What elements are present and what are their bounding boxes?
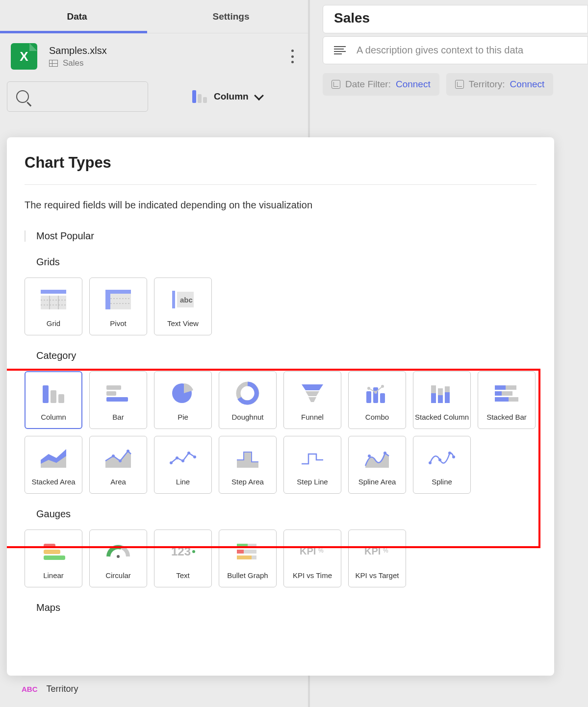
chart-card-stacked-area[interactable]: Stacked Area	[25, 436, 82, 494]
svg-rect-42	[495, 397, 509, 402]
svg-text:123: 123	[171, 545, 191, 558]
xlsx-file-icon: X	[11, 43, 37, 70]
chart-card-line[interactable]: Line	[154, 436, 212, 494]
svg-point-47	[119, 459, 122, 462]
svg-rect-15	[51, 390, 56, 403]
chart-card-circular[interactable]: Circular	[89, 530, 147, 587]
chart-card-stacked-column[interactable]: Stacked Column	[413, 371, 471, 429]
kpi-time-icon: KPI%	[297, 538, 328, 565]
chart-card-spline[interactable]: Spline	[413, 436, 471, 494]
chart-card-step-area[interactable]: Step Area	[219, 436, 277, 494]
svg-point-51	[181, 459, 184, 462]
section-most-popular[interactable]: Most Popular	[25, 230, 537, 242]
date-filter-label: Date Filter:	[345, 79, 391, 90]
kebab-menu-icon[interactable]	[291, 50, 294, 63]
chart-card-step-line[interactable]: Step Line	[283, 436, 341, 494]
svg-rect-62	[44, 550, 60, 554]
svg-point-64	[117, 555, 120, 558]
divider	[25, 184, 537, 185]
svg-point-57	[429, 461, 432, 464]
bullet-icon	[232, 538, 263, 565]
column-chart-icon	[192, 90, 207, 103]
card-label: Linear	[43, 571, 64, 580]
chart-card-textview[interactable]: abc Text View	[154, 278, 212, 335]
tab-settings[interactable]: Settings	[154, 0, 308, 33]
svg-rect-1	[41, 296, 66, 309]
popover-hint: The required fields will be indicated de…	[25, 200, 537, 211]
card-label: Pie	[178, 413, 188, 421]
chart-type-selector[interactable]: Column	[183, 81, 271, 112]
column-icon	[38, 379, 69, 407]
stacked-area-icon	[38, 444, 69, 472]
chart-card-linear[interactable]: Linear	[25, 530, 82, 587]
chart-card-doughnut[interactable]: Doughnut	[219, 371, 277, 429]
chart-card-bar[interactable]: Bar	[89, 371, 147, 429]
card-label: Line	[176, 478, 190, 486]
chart-card-spline-area[interactable]: Spline Area	[348, 436, 406, 494]
chevron-down-icon	[254, 91, 264, 101]
chart-card-pie[interactable]: Pie	[154, 371, 212, 429]
svg-point-59	[448, 452, 451, 454]
svg-rect-0	[41, 290, 66, 294]
svg-rect-34	[438, 395, 443, 403]
svg-rect-26	[373, 387, 378, 403]
svg-rect-18	[106, 391, 116, 396]
card-label: Area	[110, 478, 126, 486]
section-grids: Grids	[25, 256, 537, 268]
svg-marker-23	[306, 391, 319, 396]
svg-text:%: %	[383, 547, 388, 554]
pivot-icon	[102, 286, 134, 313]
file-sheet-row: Sales	[49, 58, 291, 68]
chart-card-text-gauge[interactable]: 123 Text	[154, 530, 212, 587]
territory-filter-label: Territory:	[469, 79, 505, 90]
svg-rect-6	[105, 290, 110, 309]
date-filter-pill[interactable]: Date Filter: Connect	[323, 73, 439, 96]
territory-filter-connect[interactable]: Connect	[510, 79, 545, 90]
svg-rect-25	[366, 391, 371, 403]
card-label: Text	[176, 571, 190, 580]
viz-description-row[interactable]: A description gives context to this data	[323, 36, 588, 64]
search-input[interactable]	[7, 81, 148, 112]
svg-rect-27	[380, 393, 385, 403]
svg-text:KPI: KPI	[364, 546, 381, 556]
kpi-target-icon: KPI%	[361, 538, 393, 565]
date-filter-connect[interactable]: Connect	[396, 79, 431, 90]
chart-card-kpi-time[interactable]: KPI% KPI vs Time	[283, 530, 341, 587]
spline-icon	[426, 444, 458, 472]
card-label: Stacked Bar	[486, 413, 527, 421]
svg-marker-22	[302, 384, 323, 390]
territory-filter-pill[interactable]: Territory: Connect	[446, 73, 554, 96]
section-maps: Maps	[25, 602, 537, 613]
svg-point-66	[192, 550, 195, 553]
viz-description-placeholder: A description gives context to this data	[357, 45, 523, 56]
chart-card-combo[interactable]: Combo	[348, 371, 406, 429]
grid-icon	[38, 286, 69, 313]
card-label: Doughnut	[231, 413, 263, 421]
chart-card-funnel[interactable]: Funnel	[283, 371, 341, 429]
textview-icon: abc	[167, 286, 199, 313]
card-label: Circular	[105, 571, 131, 580]
chart-card-kpi-target[interactable]: KPI% KPI vs Target	[348, 530, 406, 587]
card-label: Stacked Area	[31, 478, 75, 486]
chart-card-grid[interactable]: Grid	[25, 278, 82, 335]
chart-card-area[interactable]: Area	[89, 436, 147, 494]
card-label: Pivot	[110, 319, 126, 328]
abc-type-tag: ABC	[22, 685, 38, 693]
card-label: Step Line	[297, 478, 328, 486]
footer-field-territory[interactable]: ABC Territory	[22, 684, 78, 694]
svg-rect-32	[431, 393, 436, 403]
chart-card-stacked-bar[interactable]: Stacked Bar	[478, 371, 536, 429]
svg-rect-70	[237, 550, 244, 554]
svg-rect-68	[237, 544, 248, 548]
chart-card-column[interactable]: Column	[25, 371, 82, 429]
chart-card-bullet[interactable]: Bullet Graph	[219, 530, 277, 587]
viz-title-card[interactable]: Sales	[323, 5, 588, 33]
stacked-bar-icon	[491, 379, 522, 407]
card-label: Step Area	[231, 478, 264, 486]
grids-row: Grid Pivot abc Text View	[25, 278, 537, 335]
tab-data[interactable]: Data	[0, 0, 154, 33]
chart-card-pivot[interactable]: Pivot	[89, 278, 147, 335]
svg-rect-8	[110, 294, 131, 309]
svg-rect-63	[44, 556, 65, 560]
paragraph-icon	[334, 46, 346, 54]
